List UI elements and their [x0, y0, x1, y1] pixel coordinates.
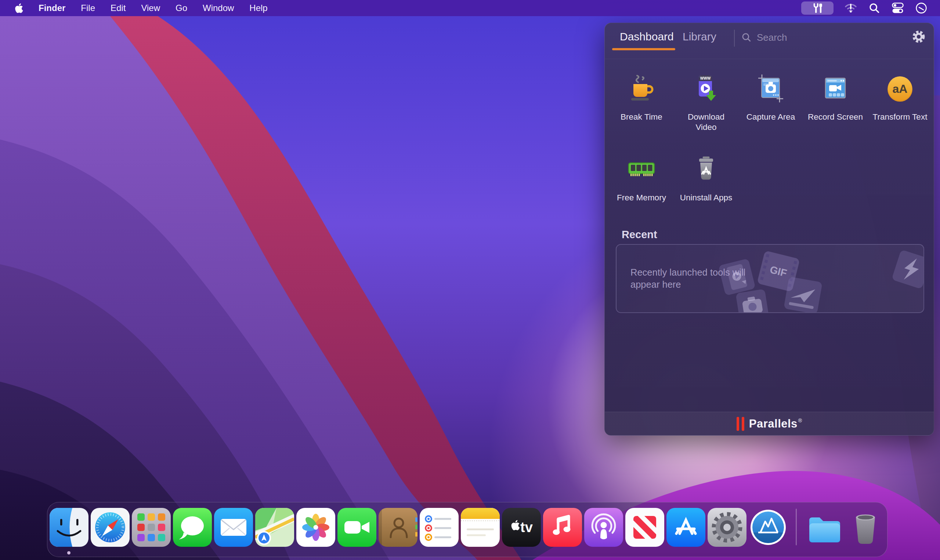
svg-text:aA: aA: [893, 82, 908, 95]
dock-photos-icon[interactable]: [296, 508, 335, 547]
parallels-toolbox-panel: Dashboard Library: [604, 23, 934, 435]
menu-bar-left: Finder File Edit View Go Window Help: [0, 3, 268, 13]
dock-contacts-icon[interactable]: [379, 508, 418, 547]
apple-menu-icon[interactable]: [13, 3, 23, 13]
parallels-logo-bar: [742, 417, 744, 431]
ghost-airplane-tile-icon: [784, 277, 823, 313]
dock: tv: [47, 502, 888, 557]
tool-label: Break Time: [621, 112, 663, 122]
dock-messages-icon[interactable]: [173, 508, 212, 547]
recent-section-title: Recent: [622, 229, 657, 241]
finder-running-indicator: [67, 551, 71, 554]
active-tab-underline: [612, 48, 675, 50]
settings-gear-icon[interactable]: [912, 30, 926, 44]
dock-facetime-icon[interactable]: [337, 508, 376, 547]
menu-bar-status: [801, 2, 940, 15]
dock-safari-icon[interactable]: [91, 508, 129, 547]
dock-system-preferences-icon[interactable]: [707, 508, 746, 547]
svg-text:GIF: GIF: [769, 264, 788, 279]
transform-text-icon: aA: [885, 72, 915, 104]
free-memory-icon: [626, 152, 657, 185]
parallels-toolbox-menu-button[interactable]: [801, 2, 834, 15]
tool-label: Capture Area: [746, 112, 795, 122]
desktop: Finder File Edit View Go Window Help: [0, 0, 940, 560]
tool-label: Free Memory: [617, 193, 666, 203]
dock-news-icon[interactable]: [625, 508, 664, 547]
svg-text:tv: tv: [520, 520, 533, 535]
tool-download-video[interactable]: WWW Download Video: [674, 72, 738, 132]
control-center-icon[interactable]: [892, 2, 904, 14]
recent-empty-box: Recently launched tools will appear here…: [616, 244, 924, 313]
dock-app-store-icon[interactable]: [666, 508, 705, 547]
tool-label: Download Video: [684, 112, 728, 132]
tool-transform-text[interactable]: aA Transform Text: [868, 72, 932, 122]
panel-header: Dashboard Library: [605, 23, 934, 59]
search-input[interactable]: [757, 32, 881, 43]
dock-launchpad-icon[interactable]: [132, 508, 171, 547]
dock-trash-icon[interactable]: [846, 508, 885, 547]
menu-bar: Finder File Edit View Go Window Help: [0, 0, 940, 16]
ghost-camera-tile-icon: [735, 289, 769, 313]
dock-mail-icon[interactable]: [214, 508, 253, 547]
capture-area-icon: [755, 72, 786, 104]
uninstall-apps-icon: [691, 152, 721, 185]
header-divider: [734, 30, 735, 47]
clock-icon[interactable]: [915, 2, 928, 14]
tool-label: Record Screen: [808, 112, 863, 122]
dock-downloads-folder-icon[interactable]: [805, 508, 844, 547]
download-video-icon: WWW: [691, 72, 721, 104]
tool-label: Uninstall Apps: [680, 193, 732, 203]
registered-mark: ®: [798, 418, 802, 423]
tool-capture-area[interactable]: Capture Area: [738, 72, 803, 122]
ghost-flash-tile-icon: [892, 249, 924, 289]
tool-break-time[interactable]: Break Time: [609, 72, 674, 122]
tab-library[interactable]: Library: [683, 31, 717, 43]
parallels-logo-bar: [737, 417, 739, 431]
dock-parallels-toolbox-icon[interactable]: [749, 508, 787, 547]
menu-view[interactable]: View: [141, 3, 160, 13]
menu-file[interactable]: File: [81, 3, 95, 13]
parallels-logo: Parallels ®: [737, 417, 802, 431]
svg-text:WWW: WWW: [700, 76, 711, 80]
tool-record-screen[interactable]: Record Screen: [803, 72, 868, 122]
spotlight-search-icon[interactable]: [868, 2, 880, 14]
dock-finder-icon[interactable]: [49, 508, 88, 547]
menu-app-finder[interactable]: Finder: [39, 3, 65, 13]
dock-reminders-icon[interactable]: [420, 508, 459, 547]
menu-go[interactable]: Go: [176, 3, 187, 13]
parallels-logo-text: Parallels: [749, 417, 798, 431]
search-icon: [741, 32, 752, 43]
search-field[interactable]: [741, 28, 903, 47]
panel-footer: Parallels ®: [605, 412, 934, 435]
menu-edit[interactable]: Edit: [111, 3, 126, 13]
dock-music-icon[interactable]: [543, 508, 582, 547]
dock-maps-icon[interactable]: [255, 508, 294, 547]
menu-window[interactable]: Window: [203, 3, 234, 13]
dock-notes-icon[interactable]: [461, 508, 500, 547]
tool-free-memory[interactable]: Free Memory: [609, 152, 674, 203]
wifi-alert-icon[interactable]: [844, 2, 857, 14]
dock-apple-tv-icon[interactable]: tv: [502, 508, 541, 547]
break-time-icon: [626, 72, 657, 104]
tool-uninstall-apps[interactable]: Uninstall Apps: [674, 152, 738, 203]
dock-divider: [796, 509, 797, 545]
tab-dashboard[interactable]: Dashboard: [620, 31, 674, 43]
record-screen-icon: [820, 72, 851, 104]
dock-podcasts-icon[interactable]: [584, 508, 623, 547]
wrench-screwdriver-icon: [812, 3, 823, 14]
tool-label: Transform Text: [873, 112, 928, 122]
menu-help[interactable]: Help: [249, 3, 267, 13]
